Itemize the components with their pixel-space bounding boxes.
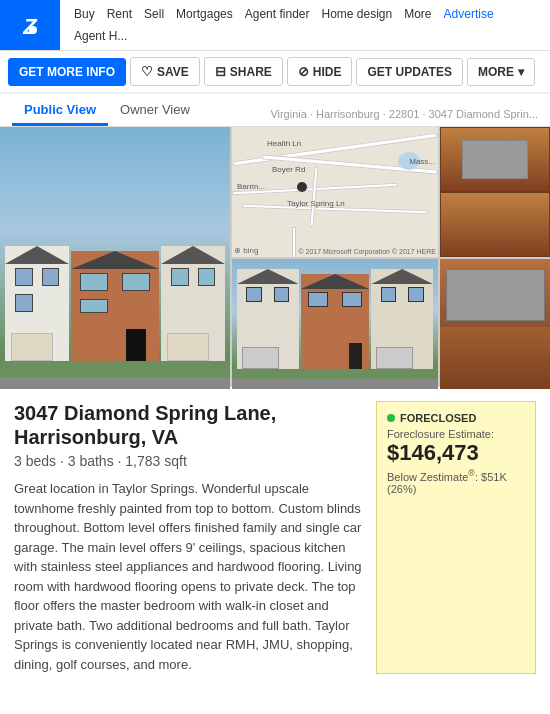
chevron-down-icon: ▾ <box>518 65 524 79</box>
map-copyright: © 2017 Microsoft Corporation © 2017 HERE <box>298 248 436 255</box>
map-label-mass: Mass... <box>409 157 435 166</box>
listing-description: Great location in Taylor Springs. Wonder… <box>14 479 362 674</box>
nav-links: Buy Rent Sell Mortgages Agent finder Hom… <box>60 3 550 47</box>
save-label: SAVE <box>157 65 189 79</box>
get-more-info-button[interactable]: GET MORE INFO <box>8 58 126 86</box>
nav-buy[interactable]: Buy <box>68 3 101 25</box>
nav-advertise[interactable]: Advertise <box>438 3 500 25</box>
photo-grid: Health Ln Boyer Rd Barrin... Taylor Spri… <box>0 127 550 387</box>
kitchen-photo-2[interactable] <box>440 259 550 389</box>
more-button[interactable]: MORE ▾ <box>467 58 535 86</box>
nav-rent[interactable]: Rent <box>101 3 138 25</box>
tab-public-view[interactable]: Public View <box>12 94 108 126</box>
map-label-boyer: Boyer Rd <box>272 165 305 174</box>
zillow-logo-dot <box>29 26 37 34</box>
address-line1: 3047 Diamond Spring Lane, <box>14 402 276 424</box>
top-navigation: Z Buy Rent Sell Mortgages Agent finder H… <box>0 0 550 51</box>
more-label: MORE <box>478 65 514 79</box>
bing-logo: ⊕ bing <box>234 246 258 255</box>
foreclosed-dot <box>387 414 395 422</box>
map-photo[interactable]: Health Ln Boyer Rd Barrin... Taylor Spri… <box>232 127 438 257</box>
zillow-logo[interactable]: Z <box>0 0 60 50</box>
foreclosed-badge: FORECLOSED <box>387 412 525 424</box>
action-bar: GET MORE INFO ♡ SAVE ⊟ SHARE ⊘ HIDE GET … <box>0 51 550 94</box>
zestimate-asterisk: ® <box>468 468 475 478</box>
map-label-taylor: Taylor Spring Ln <box>287 199 345 208</box>
share-button[interactable]: ⊟ SHARE <box>204 57 283 86</box>
below-zestimate-label: Below Zestimate <box>387 471 468 483</box>
kitchen-photo-1[interactable] <box>440 127 550 257</box>
exterior-image-2 <box>232 259 438 389</box>
listing-address: 3047 Diamond Spring Lane, Harrisonburg, … <box>14 401 362 449</box>
share-icon: ⊟ <box>215 64 226 79</box>
nav-mortgages[interactable]: Mortgages <box>170 3 239 25</box>
nav-sell[interactable]: Sell <box>138 3 170 25</box>
tab-owner-view[interactable]: Owner View <box>108 94 202 126</box>
breadcrumb: Virginia · Harrisonburg · 22801 · 3047 D… <box>270 108 538 120</box>
exterior-photo <box>0 127 230 389</box>
address-line2: Harrisonburg, VA <box>14 426 178 448</box>
nav-agent-h[interactable]: Agent H... <box>68 25 133 47</box>
map-label-health: Health Ln <box>267 139 301 148</box>
nav-more[interactable]: More <box>398 3 437 25</box>
share-label: SHARE <box>230 65 272 79</box>
map-pin <box>297 182 307 192</box>
kitchen-image-2 <box>440 259 550 389</box>
view-tabs: Public View Owner View Virginia · Harris… <box>0 94 550 127</box>
main-photo[interactable] <box>0 127 230 389</box>
get-updates-button[interactable]: GET UPDATES <box>356 58 462 86</box>
hide-icon: ⊘ <box>298 64 309 79</box>
kitchen-image-1 <box>440 127 550 257</box>
hide-button[interactable]: ⊘ HIDE <box>287 57 353 86</box>
map-label-barrin: Barrin... <box>237 182 265 191</box>
foreclosed-label: FORECLOSED <box>400 412 476 424</box>
heart-icon: ♡ <box>141 64 153 79</box>
save-button[interactable]: ♡ SAVE <box>130 57 200 86</box>
hide-label: HIDE <box>313 65 342 79</box>
listing-price-box: FORECLOSED Foreclosure Estimate: $146,47… <box>376 401 536 674</box>
nav-home-design[interactable]: Home design <box>315 3 398 25</box>
listing-specs: 3 beds · 3 baths · 1,783 sqft <box>14 453 362 469</box>
nav-agent-finder[interactable]: Agent finder <box>239 3 316 25</box>
listing-body: 3047 Diamond Spring Lane, Harrisonburg, … <box>0 387 550 690</box>
map-image: Health Ln Boyer Rd Barrin... Taylor Spri… <box>232 127 438 257</box>
listing-details: 3047 Diamond Spring Lane, Harrisonburg, … <box>14 401 362 674</box>
price-value: $146,473 <box>387 440 525 466</box>
below-zestimate: Below Zestimate®: $51K (26%) <box>387 468 525 495</box>
estimate-label: Foreclosure Estimate: <box>387 428 525 440</box>
exterior-photo-2[interactable] <box>232 259 438 389</box>
